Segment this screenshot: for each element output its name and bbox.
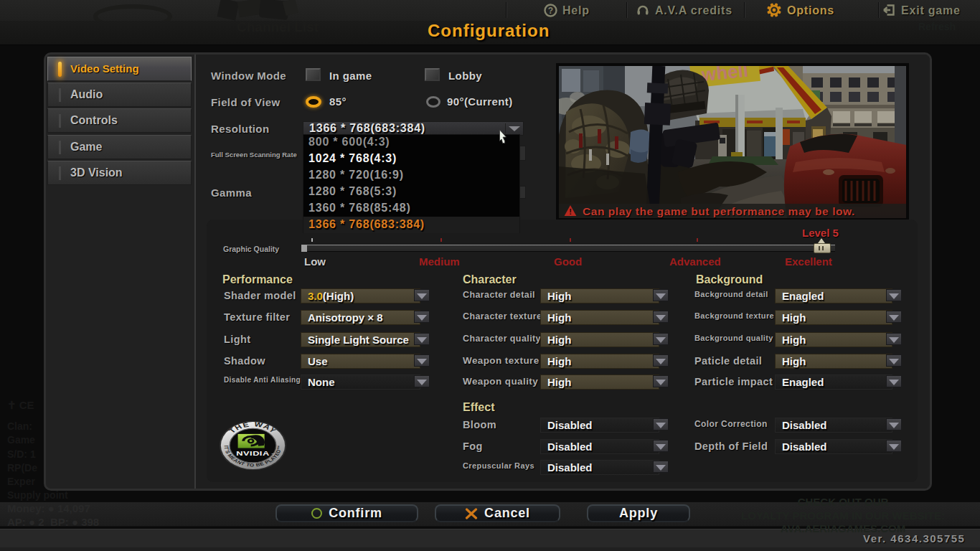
svg-text:NVIDIA: NVIDIA xyxy=(236,450,269,457)
svg-text:™: ™ xyxy=(271,453,275,456)
svg-text:!: ! xyxy=(569,207,572,216)
svg-text:?: ? xyxy=(548,6,553,16)
